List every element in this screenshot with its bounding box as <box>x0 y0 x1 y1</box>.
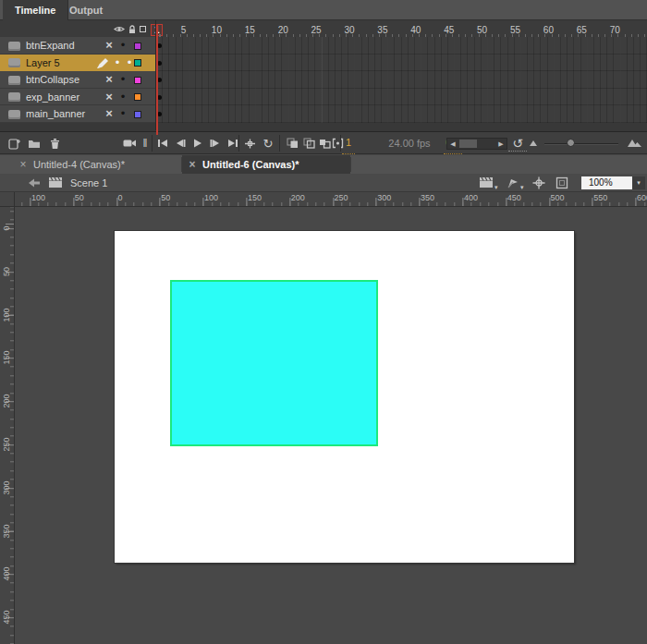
zoom-out-frames-icon[interactable] <box>527 132 540 154</box>
tab-output[interactable]: Output <box>57 0 115 20</box>
panel-tab-strip: Timeline Output <box>0 0 647 20</box>
layer-outline-color-swatch[interactable] <box>134 59 141 67</box>
v-ruler-label: 300 <box>2 480 11 494</box>
timeline-panel: 1510152025303540455055606570 btnExpand×•… <box>0 20 647 131</box>
horizontal-ruler: 1005005010015020025030035040045050055060… <box>0 192 647 207</box>
layer-row-layer-5[interactable]: Layer 5•• <box>0 55 155 72</box>
timeline-toolbar: ‖ ↻ <box>0 131 647 154</box>
scroll-right-icon[interactable]: ▶ <box>495 139 507 149</box>
loop-range-button[interactable]: ↻ <box>260 132 276 154</box>
layer-hidden-x-icon[interactable]: × <box>103 71 116 89</box>
chevron-down-icon[interactable]: ▾ <box>520 184 524 191</box>
play-button[interactable] <box>189 132 206 154</box>
chevron-down-icon[interactable]: ▾ <box>494 184 498 191</box>
v-ruler-label: 150 <box>2 351 11 365</box>
tab-separator <box>350 157 351 172</box>
h-ruler-label: 350 <box>421 193 434 202</box>
doc-tab-untitled-6[interactable]: ×Untitled-6 (Canvas)* <box>182 155 350 174</box>
step-forward-button[interactable] <box>207 132 224 154</box>
doc-tab-untitled-4[interactable]: ×Untitled-4 (Canvas)* <box>13 155 181 174</box>
pause-icon[interactable]: ‖ <box>139 132 152 154</box>
h-ruler-label: 50 <box>161 193 170 202</box>
h-ruler-label: 200 <box>291 193 305 202</box>
layer-outline-color-swatch[interactable] <box>134 93 141 101</box>
layer-page-icon <box>8 92 20 102</box>
h-ruler-label: 100 <box>31 193 45 202</box>
layer-lock-toggle[interactable]: • <box>116 89 129 106</box>
zoom-level-input[interactable]: 100% <box>581 176 632 189</box>
close-icon[interactable]: × <box>13 155 33 174</box>
toolbar-separator <box>340 135 341 152</box>
doc-tab-label: Untitled-6 (Canvas)* <box>202 159 299 170</box>
toolbar-separator <box>152 135 153 152</box>
frame-size-slider-track[interactable] <box>544 143 618 145</box>
layer-page-icon <box>8 58 20 67</box>
current-frame-field[interactable]: 1 <box>342 132 355 154</box>
eye-icon[interactable] <box>114 25 125 33</box>
scene-name: Scene 1 <box>70 174 107 192</box>
clip-content-icon[interactable] <box>555 176 568 189</box>
layer-lock-toggle[interactable]: • <box>116 105 129 123</box>
edit-bar: Scene 1 ▾ ▾ 100% ▾ <box>0 174 647 192</box>
layer-outline-color-swatch[interactable] <box>134 111 141 118</box>
layer-lock-toggle[interactable]: • <box>116 37 129 55</box>
timeline-scrollbar[interactable]: ◀ ▶ <box>446 138 507 150</box>
layer-name: btnExpand <box>26 37 75 55</box>
layer-outline-color-swatch[interactable] <box>134 77 141 84</box>
layer-outline-color-swatch[interactable] <box>134 43 141 50</box>
layer-hidden-x-icon[interactable]: × <box>103 105 116 123</box>
layer-row-btncollapse[interactable]: btnCollapse×• <box>0 71 155 89</box>
scrollbar-thumb[interactable] <box>459 140 477 148</box>
layer-hidden-x-icon[interactable]: × <box>103 37 116 55</box>
layer-hidden-x-icon[interactable]: × <box>103 89 116 106</box>
layer-page-icon <box>8 110 20 119</box>
close-icon[interactable]: × <box>182 155 202 174</box>
layer-lock-toggle[interactable]: • <box>116 71 129 89</box>
go-to-first-frame-button[interactable] <box>154 132 171 154</box>
layer-page-icon <box>8 76 20 85</box>
edit-scene-icon[interactable] <box>479 176 494 188</box>
loop-playback-button[interactable]: ↺ <box>508 134 527 152</box>
layer-row-main_banner[interactable]: main_banner×• <box>0 105 155 123</box>
playhead[interactable] <box>156 24 158 135</box>
animate-window: Timeline Output 151015202530354045505560… <box>0 0 647 644</box>
center-stage-icon[interactable] <box>532 176 545 189</box>
h-ruler-label: 250 <box>335 193 348 202</box>
edit-symbols-icon[interactable] <box>507 176 520 189</box>
layer-page-icon <box>8 42 20 51</box>
h-ruler-label: 50 <box>75 193 84 202</box>
layer-row-exp_banner[interactable]: exp_banner×• <box>0 89 155 106</box>
new-layer-button[interactable] <box>6 132 22 154</box>
stage-canvas[interactable] <box>115 231 574 563</box>
h-ruler-label: 300 <box>377 193 391 202</box>
zoom-dropdown-button[interactable]: ▾ <box>632 176 645 189</box>
delete-layer-button[interactable] <box>46 132 63 154</box>
onion-skin-outlines-button[interactable] <box>301 132 317 154</box>
lock-icon[interactable] <box>128 25 137 34</box>
frame-size-slider-thumb[interactable] <box>567 139 575 147</box>
toolbar-separator <box>238 135 239 152</box>
v-ruler-label: 250 <box>2 437 11 451</box>
h-ruler-label: 150 <box>248 193 262 202</box>
h-ruler-label: 550 <box>593 193 607 202</box>
back-arrow-icon[interactable] <box>28 177 41 188</box>
cyan-rectangle-shape[interactable] <box>170 280 378 446</box>
pencil-edit-icon <box>96 57 110 69</box>
frame-rate-field[interactable]: 24.00 fps <box>381 132 438 154</box>
zoom-in-frames-icon[interactable] <box>625 132 643 154</box>
layer-visibility-toggle[interactable]: • <box>111 55 124 72</box>
center-frame-button[interactable] <box>241 132 258 154</box>
frame-grid[interactable] <box>155 37 647 123</box>
new-folder-button[interactable] <box>26 132 43 154</box>
layer-list: btnExpand×•Layer 5••btnCollapse×•exp_ban… <box>0 37 155 123</box>
onion-skin-button[interactable] <box>285 132 300 154</box>
step-back-button[interactable] <box>172 132 189 154</box>
v-ruler-label: 100 <box>2 308 11 322</box>
camera-button[interactable] <box>120 132 139 154</box>
ruler-corner <box>0 192 15 207</box>
v-ruler-label: 0 <box>2 225 11 230</box>
h-ruler-label: 400 <box>464 193 478 202</box>
layer-name: exp_banner <box>26 89 79 106</box>
layer-row-btnexpand[interactable]: btnExpand×• <box>0 37 155 55</box>
scroll-left-icon[interactable]: ◀ <box>447 139 458 149</box>
